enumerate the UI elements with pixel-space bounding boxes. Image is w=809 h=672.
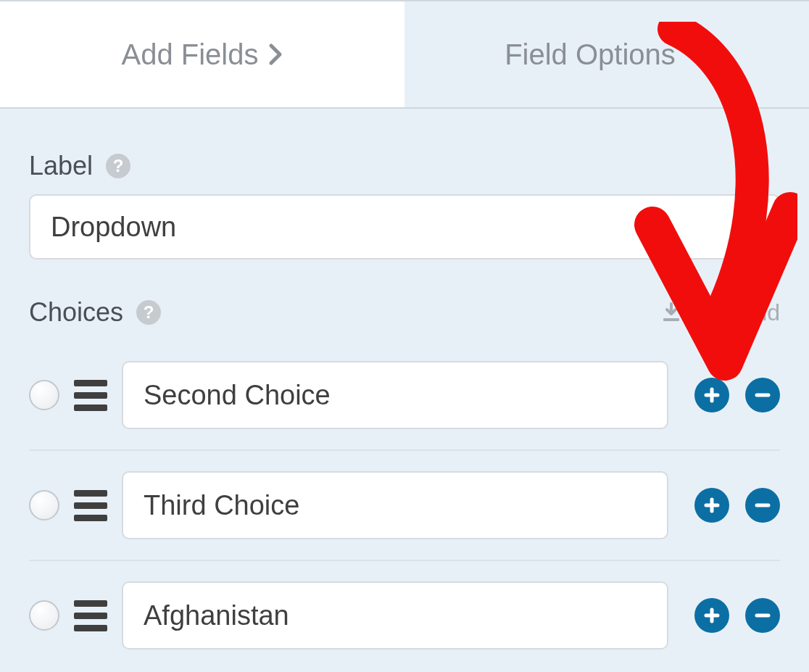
remove-choice-button[interactable] (745, 598, 780, 633)
choices-section-title: Choices (29, 297, 123, 328)
add-choice-button[interactable] (694, 488, 729, 523)
choice-input[interactable] (122, 471, 668, 539)
tab-add-fields-label: Add Fields (122, 38, 259, 71)
tab-field-options[interactable]: Field Options (404, 1, 809, 107)
remove-choice-button[interactable] (745, 378, 780, 412)
download-icon (661, 302, 681, 323)
choices-section-header: Choices ? Bulk Add (29, 297, 780, 328)
add-choice-button[interactable] (694, 378, 729, 412)
remove-choice-button[interactable] (745, 488, 780, 523)
choice-row-actions (694, 488, 780, 523)
label-section-header: Label ? (29, 151, 780, 181)
choice-input[interactable] (122, 361, 668, 429)
choice-row (29, 561, 780, 670)
default-choice-radio[interactable] (29, 600, 59, 631)
choices-list (29, 341, 780, 670)
choice-row-actions (694, 378, 780, 412)
label-section-title: Label (29, 151, 93, 181)
default-choice-radio[interactable] (29, 490, 59, 520)
drag-handle-icon[interactable] (74, 490, 107, 521)
default-choice-radio[interactable] (29, 380, 59, 410)
tab-field-options-label: Field Options (505, 38, 676, 71)
help-icon[interactable]: ? (136, 300, 161, 325)
drag-handle-icon[interactable] (74, 380, 107, 411)
choice-input[interactable] (122, 581, 668, 650)
bulk-add-button[interactable]: Bulk Add (661, 299, 780, 326)
chevron-right-icon (268, 43, 283, 66)
choice-row (29, 451, 780, 561)
tabs: Add Fields Field Options (0, 0, 809, 109)
choice-row (29, 341, 780, 451)
help-icon[interactable]: ? (106, 154, 130, 178)
svg-rect-0 (663, 318, 679, 321)
tab-add-fields[interactable]: Add Fields (0, 1, 404, 107)
choice-row-actions (694, 598, 780, 633)
drag-handle-icon[interactable] (74, 600, 107, 631)
add-choice-button[interactable] (694, 598, 729, 633)
bulk-add-label: Bulk Add (689, 299, 780, 326)
field-label-input[interactable] (29, 194, 780, 260)
field-options-panel: Label ? Choices ? Bulk Add (0, 109, 809, 670)
chevron-down-icon (686, 47, 709, 62)
